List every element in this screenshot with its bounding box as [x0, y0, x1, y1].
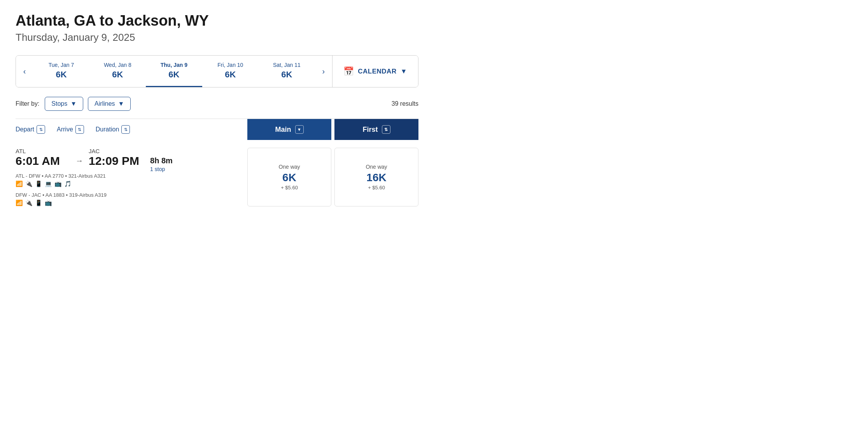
depart-header[interactable]: Depart ⇅: [16, 125, 57, 134]
arrive-sort-icon: ⇅: [75, 125, 84, 134]
filter-by-label: Filter by:: [16, 100, 39, 107]
first-price-card[interactable]: One way 16K + $5.60: [334, 148, 418, 206]
date-tab-fri-jan10[interactable]: Fri, Jan 10 6K: [202, 56, 259, 87]
filters-row: Filter by: Stops ▼ Airlines ▼ 39 results: [16, 97, 418, 111]
date-tab-label: Wed, Jan 8: [104, 62, 131, 68]
date-tab-label: Tue, Jan 7: [49, 62, 74, 68]
date-tab-label: Fri, Jan 10: [217, 62, 243, 68]
calendar-chevron-icon: ▼: [401, 68, 407, 75]
airlines-filter-label: Airlines: [94, 100, 115, 107]
date-tab-wed-jan8[interactable]: Wed, Jan 8 6K: [89, 56, 146, 87]
mobile-icon: 📱: [35, 180, 42, 187]
flight-arrow-icon: →: [75, 156, 83, 165]
date-tab-price: 6K: [225, 70, 236, 80]
flight-row: ATL 6:01 AM → JAC 12:09 PM 8h 8m 1 stop …: [16, 140, 418, 210]
date-tab-thu-jan9[interactable]: Thu, Jan 9 6K: [146, 56, 202, 87]
calendar-label: CALENDAR: [358, 68, 396, 75]
main-one-way-label: One way: [278, 164, 300, 170]
arrive-block: JAC 12:09 PM: [89, 148, 139, 168]
main-header-label: Main: [275, 126, 291, 134]
depart-time: 6:01 AM: [16, 154, 70, 168]
stops-filter-label: Stops: [51, 100, 67, 107]
depart-header-label: Depart: [16, 126, 34, 133]
stops-filter-button[interactable]: Stops ▼: [45, 97, 83, 111]
tv-icon: 📺: [45, 199, 52, 206]
screen-icon: 💻: [45, 180, 52, 187]
flight-details: ATL 6:01 AM → JAC 12:09 PM 8h 8m 1 stop …: [16, 148, 241, 206]
column-headers: Depart ⇅ Arrive ⇅ Duration ⇅ Main ▼ Firs…: [16, 119, 418, 140]
main-price-amount: 6K: [282, 171, 296, 184]
main-price-fee: + $5.60: [281, 185, 298, 191]
duration-block: 8h 8m 1 stop: [150, 156, 173, 172]
airlines-chevron-icon: ▼: [118, 100, 124, 107]
date-tab-price: 6K: [168, 70, 179, 80]
date-tabs: Tue, Jan 7 6K Wed, Jan 8 6K Thu, Jan 9 6…: [33, 56, 315, 87]
first-sort-icon: ⇅: [382, 125, 390, 134]
leg1-amenities: 📶 🔌 📱 💻 📺 🎵: [16, 180, 233, 187]
leg2-info: DFW - JAC ▪ AA 1883 ▪ 319-Airbus A319: [16, 192, 233, 198]
first-one-way-label: One way: [366, 164, 387, 170]
date-tab-label: Sat, Jan 11: [273, 62, 301, 68]
date-tab-sat-jan11[interactable]: Sat, Jan 11 6K: [259, 56, 315, 87]
stops-chevron-icon: ▼: [70, 100, 77, 107]
main-column-header[interactable]: Main ▼: [247, 119, 331, 140]
music-icon: 🎵: [64, 180, 72, 187]
page-title: Atlanta, GA to Jackson, WY: [16, 12, 418, 29]
first-header-label: First: [362, 126, 378, 134]
airlines-filter-button[interactable]: Airlines ▼: [88, 97, 131, 111]
date-tab-tue-jan7[interactable]: Tue, Jan 7 6K: [33, 56, 89, 87]
duration-header[interactable]: Duration ⇅: [96, 125, 142, 134]
tv-icon: 📺: [54, 180, 62, 187]
calendar-icon: 📅: [343, 66, 354, 77]
date-tab-price: 6K: [281, 70, 292, 80]
flight-info-headers: Depart ⇅ Arrive ⇅ Duration ⇅: [16, 119, 241, 140]
date-tab-price: 6K: [112, 70, 123, 80]
price-cards: One way 6K + $5.60 One way 16K + $5.60: [247, 148, 418, 206]
first-price-fee: + $5.60: [368, 185, 385, 191]
first-price-amount: 16K: [366, 171, 386, 184]
first-column-header[interactable]: First ⇅: [334, 119, 418, 140]
stops-label: 1 stop: [150, 166, 173, 172]
depart-sort-icon: ⇅: [37, 125, 45, 134]
leg2-amenities: 📶 🔌 📱 📺: [16, 199, 233, 206]
main-price-card[interactable]: One way 6K + $5.60: [247, 148, 331, 206]
arrive-time: 12:09 PM: [89, 154, 139, 168]
arrive-header[interactable]: Arrive ⇅: [57, 125, 96, 134]
page-subtitle: Thursday, January 9, 2025: [16, 31, 418, 44]
date-tab-label: Thu, Jan 9: [161, 62, 187, 68]
power-icon: 🔌: [25, 199, 33, 206]
arrive-header-label: Arrive: [57, 126, 73, 133]
leg1-info: ATL - DFW ▪ AA 2770 ▪ 321-Airbus A321: [16, 173, 233, 179]
mobile-icon: 📱: [35, 199, 42, 206]
depart-airport: ATL: [16, 148, 70, 154]
date-tab-price: 6K: [56, 70, 66, 80]
next-date-button[interactable]: ›: [315, 56, 332, 87]
results-count: 39 results: [392, 100, 418, 107]
date-selector: ‹ Tue, Jan 7 6K Wed, Jan 8 6K Thu, Jan 9…: [16, 55, 418, 87]
calendar-button[interactable]: 📅 CALENDAR ▼: [332, 56, 418, 87]
duration-sort-icon: ⇅: [121, 125, 130, 134]
arrive-airport: JAC: [89, 148, 139, 154]
wifi-icon: 📶: [16, 180, 23, 187]
depart-block: ATL 6:01 AM: [16, 148, 70, 168]
duration-time: 8h 8m: [150, 156, 173, 165]
main-sort-icon: ▼: [295, 125, 304, 134]
power-icon: 🔌: [25, 180, 33, 187]
prev-date-button[interactable]: ‹: [16, 56, 33, 87]
wifi-icon: 📶: [16, 199, 23, 206]
duration-header-label: Duration: [96, 126, 119, 133]
